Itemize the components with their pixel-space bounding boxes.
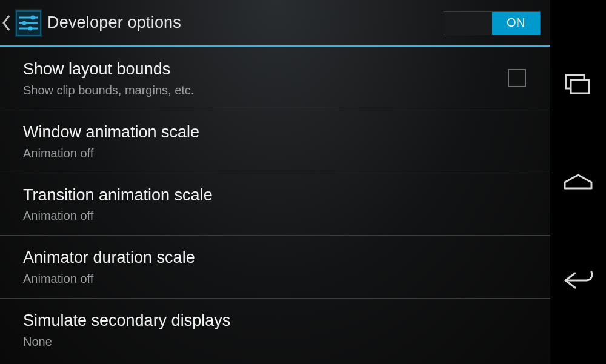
up-back-button[interactable] bbox=[0, 0, 12, 45]
svg-rect-9 bbox=[571, 80, 589, 93]
svg-point-7 bbox=[28, 26, 33, 30]
setting-title: Show layout bounds bbox=[23, 59, 501, 80]
home-button[interactable] bbox=[550, 151, 606, 212]
action-bar: Developer options ON bbox=[0, 0, 550, 47]
setting-subtitle: Show clip bounds, margins, etc. bbox=[23, 84, 501, 98]
setting-title: Transition animation scale bbox=[23, 185, 537, 206]
page-title: Developer options bbox=[47, 13, 181, 32]
setting-subtitle: Animation off bbox=[23, 147, 537, 160]
recents-button[interactable] bbox=[550, 55, 606, 115]
svg-point-5 bbox=[22, 21, 27, 25]
setting-show-layout-bounds[interactable]: Show layout bounds Show clip bounds, mar… bbox=[0, 47, 550, 110]
master-switch[interactable]: ON bbox=[444, 11, 541, 35]
setting-subtitle: Animation off bbox=[23, 272, 537, 286]
settings-list: Show layout bounds Show clip bounds, mar… bbox=[0, 47, 550, 364]
setting-transition-animation-scale[interactable]: Transition animation scale Animation off bbox=[0, 173, 550, 236]
master-switch-on-region: ON bbox=[492, 12, 540, 35]
setting-simulate-secondary-displays[interactable]: Simulate secondary displays None bbox=[0, 299, 550, 361]
setting-subtitle: None bbox=[23, 335, 537, 349]
developer-options-icon bbox=[13, 8, 44, 38]
setting-window-animation-scale[interactable]: Window animation scale Animation off bbox=[0, 110, 550, 173]
back-button[interactable] bbox=[550, 249, 606, 309]
svg-point-3 bbox=[31, 15, 35, 19]
setting-title: Window animation scale bbox=[23, 122, 537, 143]
setting-title: Simulate secondary displays bbox=[23, 311, 537, 331]
checkbox[interactable] bbox=[508, 69, 526, 87]
system-nav-bar bbox=[550, 0, 606, 364]
setting-title: Animator duration scale bbox=[23, 248, 537, 268]
setting-subtitle: Animation off bbox=[23, 209, 537, 223]
setting-animator-duration-scale[interactable]: Animator duration scale Animation off bbox=[0, 236, 550, 299]
master-switch-off-region bbox=[444, 12, 492, 35]
